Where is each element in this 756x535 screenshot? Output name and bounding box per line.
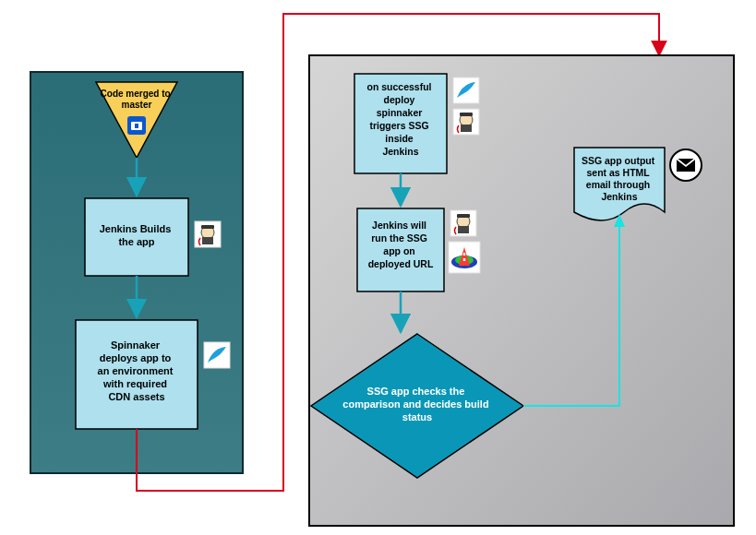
svg-rect-19 xyxy=(461,125,472,132)
svg-rect-32 xyxy=(463,258,465,261)
bitbucket-icon xyxy=(127,116,146,135)
jenkins-icon xyxy=(450,210,476,236)
jenkins-icon xyxy=(195,221,221,247)
email-icon xyxy=(670,149,702,181)
lighthouse-icon xyxy=(449,242,480,273)
svg-rect-26 xyxy=(457,214,470,218)
svg-rect-4 xyxy=(135,124,138,128)
svg-rect-9 xyxy=(202,237,213,244)
svg-rect-31 xyxy=(463,253,465,256)
spinnaker-icon xyxy=(204,342,230,368)
diagram-canvas: Code merged to master Code merged to mas… xyxy=(0,0,756,535)
spinnaker-icon xyxy=(453,77,479,103)
svg-rect-20 xyxy=(460,113,473,116)
svg-rect-10 xyxy=(201,225,214,229)
jenkins-icon xyxy=(453,109,479,135)
svg-rect-25 xyxy=(458,226,469,233)
